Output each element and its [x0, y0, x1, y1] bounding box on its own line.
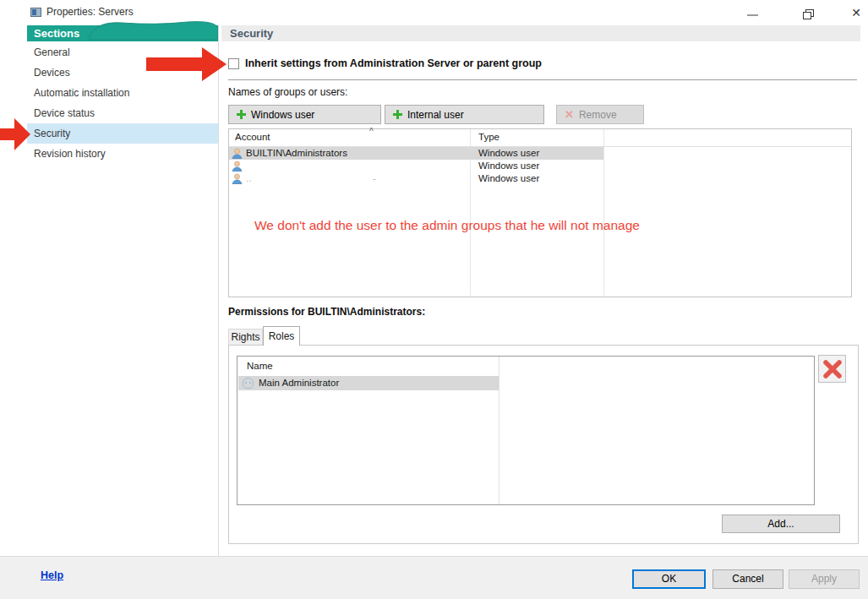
role-name: Main Administrator — [259, 378, 339, 388]
accounts-table[interactable]: Account ^ Type BUILTIN\Administrators Wi… — [228, 128, 852, 297]
account-type: Windows user — [478, 148, 539, 158]
person-icon — [232, 161, 243, 172]
table-row[interactable]: BUILTIN\Administrators Windows user — [229, 147, 603, 160]
internal-user-button-label: Internal user — [407, 109, 464, 121]
person-icon — [232, 173, 243, 184]
x-icon: ✕ — [565, 108, 574, 121]
plus-icon — [237, 110, 246, 119]
column-header-account[interactable]: Account — [235, 132, 270, 142]
window-title: Properties: Servers — [46, 6, 134, 18]
sidebar-item-revision-history[interactable]: Revision history — [27, 144, 218, 164]
account-name: BUILTIN\Administrators — [246, 148, 347, 158]
windows-user-button-label: Windows user — [251, 109, 314, 121]
remove-user-button[interactable]: ✕ Remove — [556, 105, 644, 124]
properties-dialog: Properties: Servers ✕ Sections General D… — [0, 0, 868, 599]
sidebar-item-device-status[interactable]: Device status — [27, 103, 218, 123]
red-arrow-to-security — [0, 117, 31, 152]
minimize-icon[interactable] — [747, 14, 758, 16]
tab-roles[interactable]: Roles — [263, 326, 300, 346]
account-type: Windows user — [478, 161, 539, 171]
add-windows-user-button[interactable]: Windows user — [228, 105, 381, 124]
remove-button-label: Remove — [579, 109, 617, 121]
section-separator — [228, 79, 857, 80]
page-title: Security — [221, 25, 860, 41]
table-row[interactable]: Main Administrator — [238, 376, 499, 390]
roles-table[interactable]: Name Main Administrator — [237, 356, 815, 505]
inherit-settings-checkbox[interactable] — [228, 58, 239, 69]
person-icon — [232, 148, 243, 159]
delete-role-button[interactable] — [818, 355, 846, 383]
column-divider — [603, 129, 604, 297]
sidebar-item-automatic-installation[interactable]: Automatic installation — [27, 83, 218, 103]
inherit-settings-label: Inherit settings from Administration Ser… — [245, 57, 542, 69]
table-row[interactable]: .. - Windows user — [229, 172, 603, 185]
sort-ascending-icon: ^ — [369, 127, 374, 136]
sidebar-divider — [218, 25, 219, 556]
add-role-button[interactable]: Add... — [722, 515, 840, 533]
names-of-groups-label: Names of groups or users: — [228, 86, 347, 98]
column-divider — [499, 357, 500, 504]
plus-icon — [393, 110, 402, 119]
ok-button[interactable]: OK — [632, 569, 706, 589]
permissions-label: Permissions for BUILTIN\Administrators: — [228, 306, 425, 318]
role-mask-icon — [243, 378, 254, 389]
footer-bar: Help OK Cancel Apply — [0, 556, 868, 599]
account-name: .. — [246, 173, 251, 183]
column-header-type[interactable]: Type — [478, 132, 500, 142]
account-type: Windows user — [478, 173, 539, 183]
close-icon[interactable]: ✕ — [849, 5, 864, 20]
roles-tab-panel: Name Main Administrator Add... — [228, 345, 859, 544]
table-row[interactable]: Windows user — [229, 160, 603, 172]
teal-scribble-redaction — [88, 18, 220, 43]
app-icon — [30, 8, 41, 17]
add-internal-user-button[interactable]: Internal user — [385, 105, 544, 124]
red-x-icon — [822, 359, 843, 379]
help-link[interactable]: Help — [41, 569, 63, 581]
restore-icon[interactable] — [803, 8, 815, 18]
apply-button[interactable]: Apply — [789, 569, 860, 589]
annotation-text: We don't add the user to the admin group… — [254, 218, 640, 233]
cancel-button[interactable]: Cancel — [712, 569, 783, 589]
column-header-name[interactable]: Name — [247, 361, 273, 371]
redaction-remnant: - — [373, 173, 376, 183]
tab-rights[interactable]: Rights — [228, 329, 263, 345]
red-arrow-to-inherit-checkbox — [146, 46, 227, 82]
sidebar-item-security[interactable]: Security — [27, 123, 218, 144]
